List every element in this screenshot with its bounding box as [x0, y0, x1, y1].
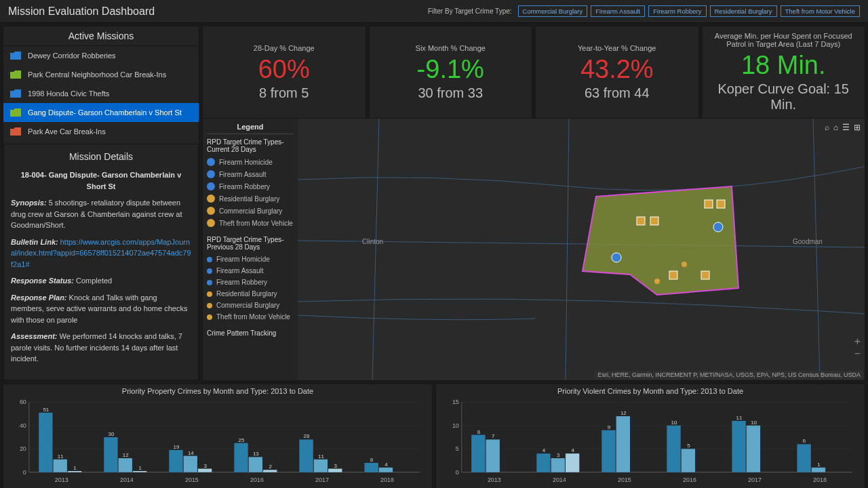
svg-text:60: 60 — [20, 399, 26, 405]
mission-item[interactable]: 1998 Honda Civic Thefts — [3, 84, 199, 103]
svg-rect-51 — [364, 463, 378, 472]
svg-text:12: 12 — [620, 410, 627, 416]
svg-rect-31 — [133, 471, 146, 472]
legend-label: Firearm Robbery — [216, 279, 267, 286]
legend-label: Commercial Burglary — [219, 207, 282, 215]
metric-card: Six Month % Change-9.1%30 from 33 — [369, 26, 533, 119]
folder-icon — [10, 108, 21, 117]
legend-label: Firearm Assault — [219, 171, 266, 178]
filter-theft-motor-vehicle[interactable]: Theft from Motor Vehicle — [781, 5, 860, 17]
filter-residential-burglary[interactable]: Residential Burglary — [710, 5, 777, 17]
filter-commercial-burglary[interactable]: Commercial Burglary — [518, 5, 588, 17]
svg-text:2017: 2017 — [748, 476, 762, 483]
svg-text:11: 11 — [318, 453, 324, 460]
svg-text:5: 5 — [687, 443, 690, 449]
mission-details: Mission Details 18-004- Gang Dispute- Ga… — [3, 144, 199, 380]
metric-sub: 30 from 33 — [372, 85, 530, 101]
search-icon[interactable]: ⌕ — [825, 123, 829, 132]
legend-item: Firearm Homicide — [207, 253, 294, 265]
home-icon[interactable]: ⌂ — [833, 123, 838, 132]
folder-icon — [10, 70, 21, 79]
svg-text:3: 3 — [557, 452, 560, 458]
svg-text:2013: 2013 — [55, 476, 68, 483]
svg-rect-98 — [797, 444, 810, 472]
svg-rect-95 — [747, 426, 760, 472]
map-toolbar: ⌕ ⌂ ☰ ⊞ — [825, 123, 861, 132]
metrics-row: 28-Day % Change60%8 from 5Six Month % Ch… — [202, 26, 865, 115]
svg-text:4: 4 — [542, 447, 546, 453]
metric-sub: Koper Curve Goal: 15 Min. — [705, 81, 863, 113]
legend-label: Theft from Motor Vehicle — [216, 313, 290, 321]
zoom-out[interactable]: − — [854, 348, 861, 360]
mission-item[interactable]: Gang Dispute- Garson Chamberlain v Short… — [3, 103, 199, 122]
map-canvas[interactable]: Clinton Goodman ⌕ ⌂ ☰ ⊞ + − Esri, HERE, … — [298, 119, 865, 380]
legend-label: Residential Burglary — [216, 290, 277, 298]
missions-panel: Active Missions Dewey Corridor Robberies… — [3, 26, 199, 381]
metric-sub: 8 from 5 — [205, 85, 363, 101]
svg-text:40: 40 — [20, 422, 26, 429]
synopsis-label: Synopsis: — [11, 199, 47, 207]
svg-text:13: 13 — [253, 451, 259, 457]
svg-rect-39 — [234, 443, 248, 472]
chart-title: Priority Violent Crimes by Month and Typ… — [441, 387, 859, 395]
metric-label: 28-Day % Change — [205, 44, 363, 52]
svg-text:2016: 2016 — [683, 476, 696, 483]
filter-firearm-assault[interactable]: Firearm Assault — [591, 5, 645, 17]
mission-item[interactable]: Park Central Neighborhood Car Break-Ins — [3, 65, 199, 84]
mission-item[interactable]: Dewey Corridor Robberies — [3, 46, 199, 65]
list-icon[interactable]: ☰ — [842, 123, 850, 132]
svg-rect-35 — [184, 456, 197, 472]
metric-value: -9.1% — [372, 55, 530, 84]
zoom-in[interactable]: + — [854, 336, 861, 348]
svg-rect-6 — [705, 200, 713, 208]
svg-text:11: 11 — [58, 453, 64, 460]
metric-card: Year-to-Year % Change43.2%63 from 44 — [535, 26, 699, 119]
svg-point-10 — [682, 262, 687, 267]
filter-firearm-robbery[interactable]: Firearm Robbery — [648, 5, 706, 17]
map-label-goodman: Goodman — [793, 238, 823, 245]
svg-text:2015: 2015 — [618, 476, 631, 483]
metric-value: 43.2% — [538, 55, 696, 84]
metric-card: 28-Day % Change60%8 from 5 — [202, 26, 366, 119]
svg-text:2: 2 — [269, 464, 272, 470]
legend-dot — [207, 280, 212, 285]
map-attribution: Esri, HERE, Garmin, INCREMENT P, METI/NA… — [595, 371, 863, 379]
metric-value: 18 Min. — [705, 51, 863, 80]
svg-rect-93 — [732, 421, 745, 472]
legend-label: Firearm Homicide — [219, 159, 273, 166]
svg-text:30: 30 — [108, 431, 115, 437]
svg-text:2014: 2014 — [120, 476, 134, 483]
legend-section-current: RPD Target Crime Types- Current 28 Days — [207, 138, 294, 153]
svg-text:10: 10 — [671, 420, 677, 426]
metric-label: Average Min. per Hour Spent on Focused P… — [705, 32, 863, 48]
svg-text:14: 14 — [188, 450, 194, 456]
svg-text:25: 25 — [239, 437, 245, 443]
filter-area: Filter By Target Crime Type: Commercial … — [428, 5, 860, 17]
map-legend: Legend RPD Target Crime Types- Current 2… — [203, 119, 298, 380]
legend-title: Legend — [207, 123, 294, 134]
svg-text:51: 51 — [43, 407, 49, 413]
mission-label: Park Ave Car Break-Ins — [28, 127, 106, 136]
legend-item: Theft from Motor Vehicle — [207, 311, 294, 323]
legend-item: Commercial Burglary — [207, 205, 294, 217]
missions-title: Active Missions — [3, 26, 199, 46]
svg-rect-43 — [263, 470, 277, 472]
legend-dot — [207, 158, 215, 166]
legend-item: Firearm Robbery — [207, 180, 294, 192]
svg-rect-27 — [104, 437, 117, 472]
legend-dot — [207, 314, 212, 320]
charts-row: Priority Property Crimes by Month and Ty… — [3, 384, 865, 488]
metric-card: Average Min. per Hour Spent on Focused P… — [702, 26, 866, 119]
svg-rect-25 — [68, 471, 81, 472]
mission-item[interactable]: Park Ave Car Break-Ins — [3, 122, 199, 141]
svg-rect-23 — [54, 460, 67, 472]
legend-item: Firearm Assault — [207, 265, 294, 277]
filter-label: Filter By Target Crime Type: — [428, 7, 512, 15]
svg-rect-72 — [471, 435, 485, 472]
legend-label: Firearm Homicide — [216, 256, 270, 263]
grid-icon[interactable]: ⊞ — [854, 123, 861, 132]
folder-icon — [10, 127, 21, 136]
svg-text:28: 28 — [304, 433, 310, 439]
svg-rect-33 — [169, 450, 182, 472]
svg-text:8: 8 — [477, 429, 481, 435]
